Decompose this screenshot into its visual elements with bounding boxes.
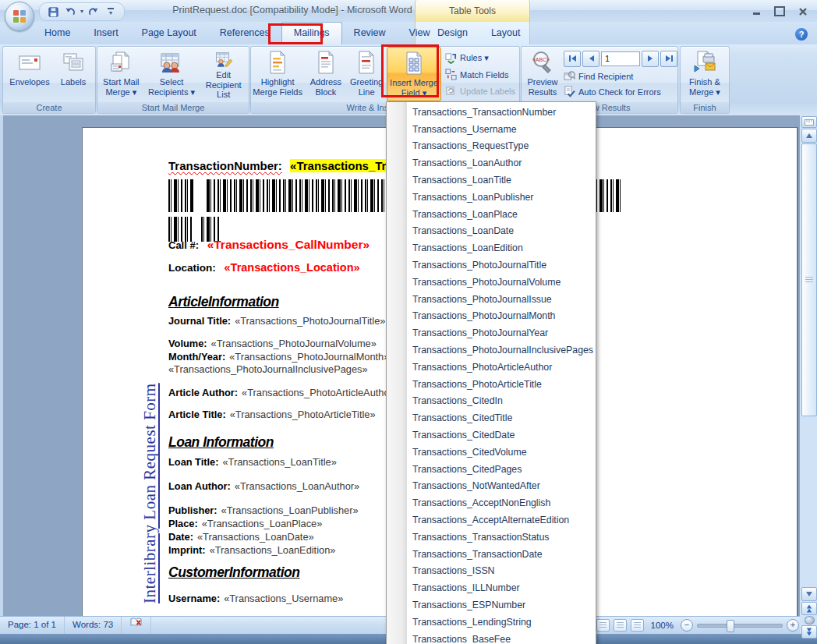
merge-field-menu-item[interactable]: Transactions_CitedIn (387, 393, 596, 410)
start-mail-merge-button[interactable]: Start Mail Merge ▾ (97, 47, 145, 100)
maximize-button[interactable] (773, 5, 786, 16)
username-line: Username:«Transactions_Username» (168, 593, 343, 604)
merge-field-menu-item[interactable]: Transactions_Username (387, 121, 596, 138)
match-fields-button[interactable]: Match Fields (445, 68, 519, 81)
web-layout-view-icon[interactable] (596, 619, 610, 632)
title-bar: ▾ ▾ PrintRequest.doc [Compatibility Mode… (0, 0, 817, 23)
previous-page-button[interactable] (801, 602, 817, 615)
help-icon[interactable]: ? (795, 28, 808, 41)
tab-design[interactable]: Design (426, 22, 479, 44)
update-labels-button[interactable]: Update Labels (445, 84, 519, 97)
merge-field-menu-item[interactable]: Transactions_PhotoJournalMonth (387, 308, 596, 325)
record-number-input[interactable] (601, 51, 640, 66)
merge-field-menu-item[interactable]: Transactions_RequestType (387, 138, 596, 155)
merge-field-menu-item[interactable]: Transactions_PhotoArticleTitle (387, 376, 596, 393)
merge-field-menu-item[interactable]: Transactions_LendingString (387, 614, 596, 631)
merge-field-menu-item[interactable]: Transactions_LoanTitle (387, 172, 596, 189)
merge-field-menu-item[interactable]: Transactions_PhotoJournalVolume (387, 274, 596, 291)
tab-references[interactable]: References (208, 22, 281, 44)
merge-field-menu-item[interactable]: Transactions_LoanPlace (387, 206, 596, 223)
customize-qat-icon[interactable]: ▾ (104, 5, 118, 19)
scrollbar-thumb[interactable] (801, 143, 817, 416)
tab-insert[interactable]: Insert (82, 22, 129, 44)
merge-field-menu-item[interactable]: Transactions_TransactionNumber (387, 104, 596, 121)
merge-field-menu-item[interactable]: Transactions_CitedPages (387, 461, 596, 478)
proofing-error-icon (129, 617, 143, 628)
tab-page-layout[interactable]: Page Layout (130, 22, 208, 44)
rules-button[interactable]: Rules ▾ (445, 51, 519, 65)
merge-field-menu-item[interactable]: Transactions_LoanAuthor (387, 154, 596, 172)
envelopes-button[interactable]: Envelopes (6, 47, 53, 100)
svg-text:«ABC»: «ABC» (532, 57, 550, 62)
merge-field-menu-item[interactable]: Transactions_ILLNumber (387, 579, 596, 596)
undo-dropdown-icon[interactable]: ▾ (80, 9, 83, 15)
edit-recipient-list-button[interactable]: Edit Recipient List (198, 47, 249, 100)
merge-field-menu-item[interactable]: Transactions_PhotoJournalYear (387, 324, 596, 341)
draft-view-icon[interactable] (631, 619, 644, 632)
labels-button[interactable]: Labels (55, 47, 92, 100)
highlight-merge-fields-button[interactable]: Highlight Merge Fields (251, 47, 304, 100)
date-line: Date:«Transactions_LoanDate» (168, 531, 314, 543)
tab-home[interactable]: Home (33, 22, 82, 44)
tab-review[interactable]: Review (342, 22, 398, 44)
article-information-heading: ArticleInformation (168, 294, 279, 310)
minimize-button[interactable] (750, 5, 762, 16)
merge-field-menu-item[interactable]: Transactions_PhotoJournalInclusivePages (387, 341, 596, 359)
merge-field-menu-item[interactable]: Transactions_LoanEdition (387, 239, 596, 257)
next-record-button[interactable] (642, 51, 659, 67)
auto-check-errors-button[interactable]: Auto Check for Errors (564, 85, 677, 98)
merge-field-menu-item[interactable]: Transactions_AcceptNonEnglish (387, 494, 596, 511)
address-block-button[interactable]: Address Block (305, 47, 346, 100)
merge-field-menu-item[interactable]: Transactions_TransactionDate (387, 546, 596, 563)
zoom-slider[interactable] (697, 624, 783, 628)
scroll-up-button[interactable] (801, 129, 817, 143)
word-count[interactable]: Words: 73 (65, 617, 122, 634)
merge-field-menu-item[interactable]: Transactions_PhotoJournalTitle (387, 257, 596, 274)
select-recipients-button[interactable]: Select Recipients ▾ (148, 47, 196, 100)
office-button[interactable] (5, 2, 34, 31)
merge-field-menu-item[interactable]: Transactions_CitedDate (387, 426, 596, 444)
month-year-line: Month/Year:«Transactions_PhotoJournalMon… (168, 351, 389, 363)
select-recipients-icon (159, 50, 184, 75)
merge-field-menu-item[interactable]: Transactions_LoanPublisher (387, 189, 596, 206)
scroll-down-button[interactable] (801, 587, 817, 601)
find-recipient-button[interactable]: Find Recipient (564, 69, 677, 83)
merge-field-menu-item[interactable]: Transactions_ESPNumber (387, 596, 596, 614)
previous-record-button[interactable] (582, 51, 599, 67)
close-button[interactable] (797, 5, 809, 16)
word-window: ▾ ▾ PrintRequest.doc [Compatibility Mode… (0, 0, 817, 644)
view-ruler-icon[interactable] (801, 116, 817, 128)
tab-layout[interactable]: Layout (479, 22, 532, 44)
zoom-level[interactable]: 100% (651, 621, 674, 630)
zoom-in-icon[interactable]: + (787, 619, 799, 632)
proofing-status[interactable] (122, 617, 151, 634)
merge-field-menu-item[interactable]: Transactions_TransactionStatus (387, 529, 596, 546)
redo-icon[interactable] (87, 5, 101, 19)
insert-merge-field-button[interactable]: Insert Merge Field ▾ (387, 47, 441, 101)
merge-field-menu-item[interactable]: Transactions_LoanDate (387, 223, 596, 240)
merge-field-menu-item[interactable]: Transactions_PhotoArticleAuthor (387, 359, 596, 376)
undo-icon[interactable] (63, 5, 77, 19)
merge-field-menu-item[interactable]: Transactions_CitedVolume (387, 444, 596, 461)
save-icon[interactable] (46, 5, 60, 19)
merge-field-menu-item[interactable]: Transactions_CitedTitle (387, 409, 596, 426)
merge-field-menu-item[interactable]: Transactions_BaseFee (387, 631, 596, 644)
merge-field-menu-item[interactable]: Transactions_ISSN (387, 563, 596, 580)
preview-results-button[interactable]: «ABC» Preview Results (525, 47, 561, 100)
finish-merge-button[interactable]: Finish & Merge ▾ (683, 47, 727, 100)
merge-field-menu-item[interactable]: Transactions_NotWantedAfter (387, 478, 596, 495)
zoom-out-icon[interactable]: − (681, 619, 693, 632)
next-page-button[interactable] (801, 625, 817, 639)
page-indicator[interactable]: Page: 1 of 1 (0, 617, 65, 634)
zoom-slider-handle[interactable] (727, 620, 734, 632)
first-record-button[interactable] (564, 51, 581, 67)
merge-field-menu-item[interactable]: Transactions_AcceptAlternateEdition (387, 511, 596, 529)
select-browse-object-button[interactable] (805, 616, 815, 625)
tab-mailings[interactable]: Mailings (281, 22, 342, 44)
article-author-line: Article Author:«Transactions_PhotoArticl… (168, 387, 398, 398)
outline-view-icon[interactable] (614, 619, 627, 632)
greeting-line-button[interactable]: Greeting Line (347, 47, 385, 100)
quick-access-toolbar: ▾ ▾ (39, 2, 125, 21)
last-record-button[interactable] (660, 51, 677, 67)
merge-field-menu-item[interactable]: Transactions_PhotoJournalIssue (387, 291, 596, 308)
